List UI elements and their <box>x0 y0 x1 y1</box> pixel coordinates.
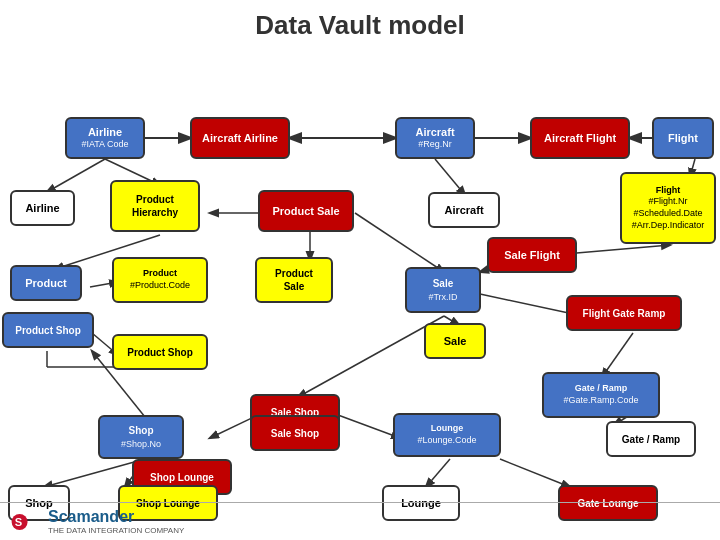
svg-line-18 <box>338 415 400 438</box>
svg-line-16 <box>480 294 578 315</box>
svg-line-11 <box>435 159 465 195</box>
footer: S Scamander THE DATA INTEGRATION COMPANY <box>0 502 720 540</box>
flight-sat-node: Flight#Flight.Nr#Scheduled.Date#Arr.Dep.… <box>620 172 716 244</box>
aircraft-airline-link-node: Aircraft Airline <box>190 117 290 159</box>
gate-ramp-sat-node: Gate / Ramp <box>606 421 696 457</box>
product-sale-sat-node: ProductSale <box>255 257 333 303</box>
company-name: Scamander <box>48 508 134 525</box>
svg-line-25 <box>44 459 145 487</box>
svg-line-26 <box>298 316 444 397</box>
diagram-area: Airline #IATA Code Aircraft Airline Airc… <box>0 47 720 507</box>
lounge-hub-top-node: Lounge#Lounge.Code <box>393 413 501 457</box>
airline-sat-node: Airline <box>10 190 75 226</box>
sale-shop-link2-node: Sale Shop <box>250 415 340 451</box>
aircraft-flight-link-node: Aircraft Flight <box>530 117 630 159</box>
product-hub-node: Product <box>10 265 82 301</box>
svg-line-22 <box>500 459 570 487</box>
flight-gate-ramp-link-node: Flight Gate Ramp <box>566 295 682 331</box>
product-productcode-sat-node: Product#Product.Code <box>112 257 208 303</box>
company-tagline: THE DATA INTEGRATION COMPANY <box>48 526 184 536</box>
shop-hub-node: Shop#Shop.No <box>98 415 184 459</box>
product-shop-sat-node: Product Shop <box>112 334 208 370</box>
aircraft-hub-node: Aircraft #Reg.Nr <box>395 117 475 159</box>
page-title: Data Vault model <box>0 0 720 47</box>
aircraft-sat-node: Aircraft <box>428 192 500 228</box>
sale-flight-link-node: Sale Flight <box>487 237 577 273</box>
svg-line-21 <box>426 459 450 487</box>
scamander-icon: S <box>10 506 42 538</box>
svg-line-32 <box>602 333 633 377</box>
company-logo: S Scamander THE DATA INTEGRATION COMPANY <box>10 506 184 538</box>
gate-ramp-hub-node: Gate / Ramp#Gate.Ramp.Code <box>542 372 660 418</box>
sale-hub-node: Sale#Trx.ID <box>405 267 481 313</box>
svg-text:S: S <box>15 516 23 528</box>
product-shop-hub-node: Product Shop <box>2 312 94 348</box>
product-hierarchy-sat-node: ProductHierarchy <box>110 180 200 232</box>
airline-hub-node: Airline #IATA Code <box>65 117 145 159</box>
sale-sat-node: Sale <box>424 323 486 359</box>
product-sale-link-node: Product Sale <box>258 190 354 232</box>
svg-line-4 <box>47 159 105 192</box>
flight-hub-node: Flight <box>652 117 714 159</box>
